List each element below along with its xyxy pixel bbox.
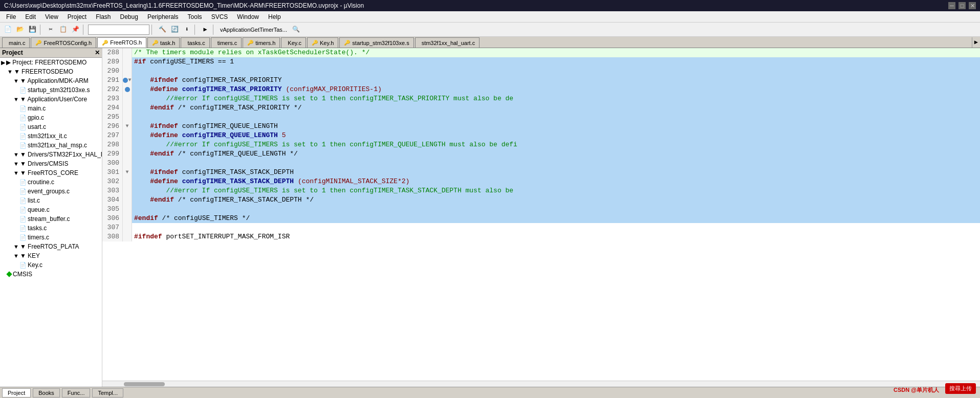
open-button[interactable]: 📂 (14, 24, 26, 35)
menu-item-debug[interactable]: Debug (116, 12, 142, 21)
tree-item-20[interactable]: ▼▼ FreeRTOS_PLATA (0, 242, 102, 251)
line-content-299: #endif /* configTIMER_QUEUE_LENGTH */ (132, 149, 980, 159)
menu-item-file[interactable]: File (2, 12, 20, 21)
bottom-tab-templ[interactable]: Templ... (92, 388, 123, 397)
cut-button[interactable]: ✂ (45, 24, 56, 35)
tree-item-7[interactable]: 📄usart.c (0, 122, 102, 131)
menu-item-project[interactable]: Project (63, 12, 91, 21)
fold-button-296[interactable]: ▼ (125, 122, 128, 131)
save-button[interactable]: 💾 (27, 24, 38, 35)
tree-label-17: stream_buffer.c (28, 215, 70, 223)
tree-icon-20: ▼ (13, 244, 19, 250)
tree-icon-9: 📄 (19, 142, 27, 149)
code-line-293: 293 //#error If configUSE_TIMERS is set … (102, 94, 980, 103)
tree-item-23[interactable]: CMSIS (0, 270, 102, 279)
search-button[interactable]: 🔍 (290, 24, 301, 35)
rebuild-button[interactable]: 🔄 (169, 24, 180, 35)
line-marker-306 (123, 214, 132, 223)
code-scroll[interactable]: 288/* The timers module relies on xTaskG… (102, 48, 980, 381)
tree-item-13[interactable]: 📄croutine.c (0, 178, 102, 187)
sidebar-close-button[interactable]: ✕ (95, 49, 100, 56)
tab-FreeRTOSConfig-h[interactable]: 🔑FreeRTOSConfig.h (31, 37, 96, 48)
menu-item-flash[interactable]: Flash (92, 12, 115, 21)
tree-icon-12: ▼ (13, 170, 19, 176)
code-editor: 288/* The timers module relies on xTaskG… (102, 48, 980, 387)
tree-item-3[interactable]: 📄startup_stm32f103xe.s (0, 85, 102, 95)
menu-item-svcs[interactable]: SVCS (207, 12, 232, 21)
project-name-input[interactable]: FREERTOSDEMO (88, 25, 149, 35)
tree-item-4[interactable]: ▼▼ Application/User/Core (0, 95, 102, 104)
tree-item-21[interactable]: ▼▼ KEY (0, 251, 102, 260)
tree-item-9[interactable]: 📄stm32f1xx_hal_msp.c (0, 141, 102, 150)
line-num-305: 305 (102, 205, 123, 214)
bottom-tab-func[interactable]: Func... (62, 388, 91, 397)
scrollbar-thumb[interactable] (124, 382, 165, 386)
tree-item-12[interactable]: ▼▼ FreeRTOS_CORE (0, 168, 102, 178)
paste-button[interactable]: 📌 (70, 24, 81, 35)
tab-Key-c[interactable]: Key.c (281, 37, 306, 48)
tree-icon-8: 📄 (19, 133, 27, 140)
tab-label-5: timers.c (217, 40, 237, 46)
tab-timers-h[interactable]: 🔑timers.h (243, 37, 280, 48)
tree-item-2[interactable]: ▼▼ Application/MDK-ARM (0, 76, 102, 85)
copy-button[interactable]: 📋 (57, 24, 69, 35)
minimize-button[interactable]: ─ (948, 2, 955, 9)
fold-button-301[interactable]: ▼ (125, 168, 128, 177)
tree-item-1[interactable]: ▼▼ FREERTOSDEMO (0, 67, 102, 76)
tree-item-19[interactable]: 📄timers.c (0, 233, 102, 242)
tree-label-11: ▼ Drivers/CMSIS (20, 160, 69, 167)
close-button[interactable]: ✕ (969, 2, 976, 9)
bottom-tab-books[interactable]: Books (33, 388, 60, 397)
tree-item-17[interactable]: 📄stream_buffer.c (0, 214, 102, 224)
tree-item-15[interactable]: 📄list.c (0, 196, 102, 205)
tab-Key-h[interactable]: 🔑Key.h (307, 37, 338, 48)
tab-timers-c[interactable]: timers.c (211, 37, 242, 48)
tree-item-18[interactable]: 📄tasks.c (0, 224, 102, 233)
tab-icon-6: 🔑 (247, 40, 253, 46)
tree-item-16[interactable]: 📄queue.c (0, 205, 102, 214)
line-marker-302 (123, 177, 132, 186)
tree-item-0[interactable]: ▶▶ Project: FREERTOSDEMO (0, 58, 102, 67)
tab-tasks-c[interactable]: tasks.c (181, 37, 209, 48)
download-button[interactable]: ⬇ (181, 24, 192, 35)
horizontal-scrollbar[interactable] (102, 381, 980, 387)
tree-item-14[interactable]: 📄event_groups.c (0, 187, 102, 196)
menu-item-tools[interactable]: Tools (184, 12, 206, 21)
csdn-badge[interactable]: 搜尋上传 (945, 383, 976, 394)
tabs-scroll-right[interactable]: ▶ (972, 37, 980, 48)
tab-task-h[interactable]: 🔑task.h (147, 37, 180, 48)
line-content-308: #ifndef portSET_INTERRUPT_MASK_FROM_ISR (132, 232, 980, 241)
maximize-button[interactable]: □ (959, 2, 966, 9)
line-content-303: //#error If configUSE_TIMERS is set to 1… (132, 186, 980, 195)
tree-item-11[interactable]: ▼▼ Drivers/CMSIS (0, 159, 102, 168)
tree-item-22[interactable]: 📄Key.c (0, 260, 102, 270)
tree-label-22: Key.c (28, 261, 42, 269)
debug-button[interactable]: ▶ (200, 24, 211, 35)
tab-icon-2: 🔑 (102, 40, 108, 46)
tab-startup_stm32f103xe-s[interactable]: 🔑startup_stm32f103xe.s (339, 37, 413, 48)
tree-label-13: croutine.c (28, 179, 54, 186)
fold-button-291[interactable]: ▼ (128, 76, 131, 85)
menu-item-help[interactable]: Help (264, 12, 285, 21)
tree-icon-6: 📄 (19, 115, 27, 121)
menu-item-edit[interactable]: Edit (21, 12, 40, 21)
tree-label-19: timers.c (28, 234, 49, 241)
menu-item-view[interactable]: View (41, 12, 62, 21)
menu-item-peripherals[interactable]: Peripherals (143, 12, 183, 21)
code-line-300: 300 (102, 159, 980, 168)
code-line-304: 304 #endif /* configTIMER_TASK_STACK_DEP… (102, 195, 980, 205)
tree-item-6[interactable]: 📄gpio.c (0, 113, 102, 122)
tree-item-5[interactable]: 📄main.c (0, 104, 102, 113)
menu-item-window[interactable]: Window (233, 12, 263, 21)
tree-item-10[interactable]: ▼▼ Drivers/STM32F1xx_HAL_Dri... (0, 150, 102, 159)
code-line-302: 302 #define configTIMER_TASK_STACK_DEPTH… (102, 177, 980, 186)
tree-icon-13: 📄 (19, 179, 27, 186)
tree-icon-0: ▶ (1, 59, 5, 66)
tab-main-c[interactable]: main.c (2, 37, 30, 48)
tab-stm32f1xx_hal_uart-c[interactable]: stm32f1xx_hal_uart.c (415, 37, 480, 48)
tab-FreeRTOS-h[interactable]: 🔑FreeRTOS.h (97, 37, 146, 48)
tree-item-8[interactable]: 📄stm32f1xx_it.c (0, 131, 102, 141)
build-button[interactable]: 🔨 (157, 24, 168, 35)
bottom-tab-project[interactable]: Project (2, 388, 31, 397)
new-file-button[interactable]: 📄 (2, 24, 13, 35)
